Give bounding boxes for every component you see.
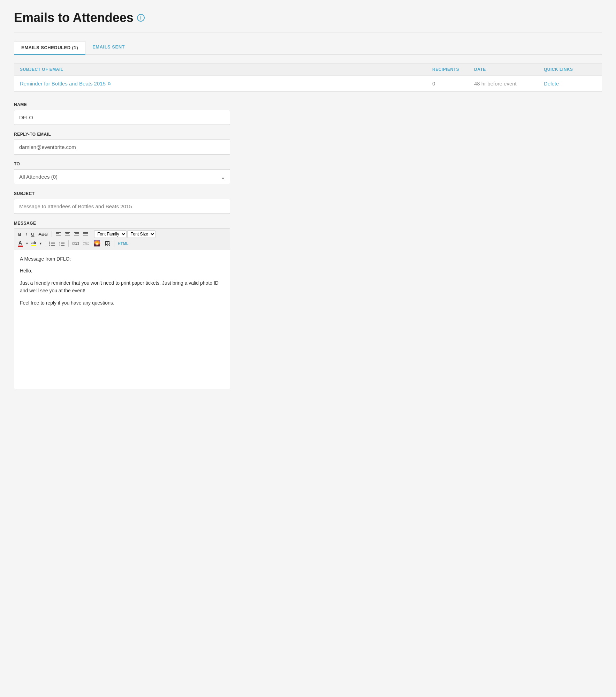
delete-link[interactable]: Delete [544, 81, 596, 87]
page-title: Emails to Attendees [14, 10, 134, 25]
name-input[interactable] [14, 110, 230, 125]
form-name-section: NAME [14, 102, 602, 125]
tabs-row: EMAILS SCHEDULED (1) EMAILS SENT [14, 41, 602, 55]
highlight-color-button[interactable]: ab [30, 240, 38, 247]
align-justify-icon [83, 232, 88, 236]
align-justify-button[interactable] [81, 231, 90, 237]
font-color-bar [18, 246, 23, 247]
message-line-3: Just a friendly reminder that you won't … [20, 279, 224, 295]
email-subject-link[interactable]: Reminder for Bottles and Beats 2015 ⧉ [20, 81, 432, 87]
ordered-list-button[interactable]: 1. 2. 3. [57, 240, 66, 247]
font-size-select[interactable]: Font Size [127, 230, 155, 238]
name-label: NAME [14, 102, 602, 107]
align-right-icon [74, 232, 79, 236]
toolbar-separator-3 [45, 240, 45, 247]
to-label: TO [14, 162, 602, 166]
toolbar-row-1: B I U ABC [16, 230, 228, 238]
table-header: SUBJECT OF EMAIL RECIPIENTS DATE QUICK L… [14, 63, 602, 75]
tab-emails-sent[interactable]: EMAILS SENT [85, 41, 132, 54]
to-select[interactable]: All Attendees (0) [14, 169, 230, 184]
svg-rect-9 [75, 233, 79, 234]
external-link-icon: ⧉ [108, 81, 111, 86]
toolbar-row-2: A ▼ ab ▼ [16, 239, 228, 248]
font-color-button[interactable]: A [16, 240, 24, 247]
toolbar-separator-4 [68, 240, 69, 247]
svg-rect-1 [56, 233, 59, 234]
unlink-icon [83, 242, 89, 245]
svg-rect-0 [56, 232, 61, 233]
subject-label: SUBJECT [14, 191, 602, 196]
form-message-section: MESSAGE B I U ABC [14, 221, 602, 389]
svg-rect-21 [51, 245, 55, 246]
svg-line-28 [84, 242, 89, 245]
font-family-select[interactable]: Font Family [94, 230, 127, 238]
link-icon [73, 242, 79, 245]
svg-point-18 [49, 243, 50, 244]
svg-rect-5 [66, 233, 69, 234]
svg-rect-4 [65, 232, 70, 233]
scheduled-date: 48 hr before event [474, 81, 544, 87]
table-row: Reminder for Bottles and Beats 2015 ⧉ 0 … [14, 75, 602, 91]
info-icon[interactable]: i [137, 14, 145, 22]
svg-point-20 [49, 245, 50, 246]
svg-rect-13 [83, 233, 88, 234]
reply-to-label: REPLY-TO EMAIL [14, 132, 602, 137]
align-center-button[interactable] [63, 231, 71, 237]
underline-button[interactable]: U [29, 231, 36, 238]
subject-input[interactable] [14, 199, 230, 214]
col-recipients: RECIPIENTS [432, 67, 474, 72]
svg-rect-17 [51, 242, 55, 242]
svg-rect-10 [74, 235, 79, 235]
align-center-icon [65, 232, 70, 236]
recipients-count: 0 [432, 81, 474, 87]
editor-body[interactable]: A Message from DFLO: Hello, Just a frien… [14, 249, 230, 389]
svg-rect-27 [61, 245, 64, 246]
message-line-1: A Message from DFLO: [20, 255, 224, 263]
html-toggle-button[interactable]: HTML [116, 241, 130, 246]
insert-image-button[interactable]: 🖼 [103, 239, 112, 248]
svg-rect-23 [61, 242, 64, 242]
emoji-icon: 🌄 [93, 240, 100, 247]
align-left-button[interactable] [54, 231, 62, 237]
toolbar-separator-1 [52, 231, 52, 237]
to-select-wrapper: All Attendees (0) ⌄ [14, 169, 230, 184]
unordered-list-button[interactable] [47, 240, 56, 247]
editor-toolbar: B I U ABC [14, 229, 230, 249]
unordered-list-icon [49, 241, 55, 246]
form-subject-section: SUBJECT [14, 191, 602, 214]
page-divider [14, 32, 602, 32]
emails-table: SUBJECT OF EMAIL RECIPIENTS DATE QUICK L… [14, 63, 602, 92]
svg-rect-19 [51, 243, 55, 244]
font-color-dropdown[interactable]: ▼ [25, 242, 29, 245]
svg-point-16 [49, 241, 50, 242]
svg-rect-12 [83, 232, 88, 233]
message-editor: B I U ABC [14, 228, 230, 389]
message-line-2: Hello, [20, 267, 224, 275]
col-subject: SUBJECT OF EMAIL [20, 67, 432, 72]
form-to-section: TO All Attendees (0) ⌄ [14, 162, 602, 184]
align-left-icon [56, 232, 61, 236]
reply-to-input[interactable] [14, 140, 230, 155]
align-right-button[interactable] [72, 231, 81, 237]
svg-rect-6 [65, 235, 70, 235]
italic-button[interactable]: I [24, 231, 29, 238]
tab-emails-scheduled[interactable]: EMAILS SCHEDULED (1) [14, 41, 85, 55]
svg-rect-25 [61, 243, 64, 244]
svg-rect-8 [74, 232, 79, 233]
image-icon: 🖼 [105, 240, 110, 247]
toolbar-separator-5 [114, 240, 114, 247]
svg-text:3.: 3. [59, 245, 60, 246]
insert-emoji-button[interactable]: 🌄 [92, 239, 102, 248]
remove-link-button[interactable] [81, 241, 91, 246]
toolbar-separator-2 [92, 231, 92, 237]
message-label: MESSAGE [14, 221, 602, 226]
insert-link-button[interactable] [71, 241, 81, 246]
page-container: Emails to Attendees i EMAILS SCHEDULED (… [0, 0, 616, 697]
highlight-color-bar [31, 245, 36, 246]
bold-button[interactable]: B [16, 231, 23, 238]
highlight-color-dropdown[interactable]: ▼ [38, 242, 43, 245]
form-reply-to-section: REPLY-TO EMAIL [14, 132, 602, 155]
strikethrough-button[interactable]: ABC [37, 231, 50, 238]
page-title-row: Emails to Attendees i [14, 10, 602, 25]
message-line-4: Feel free to reply if you have any quest… [20, 299, 224, 307]
